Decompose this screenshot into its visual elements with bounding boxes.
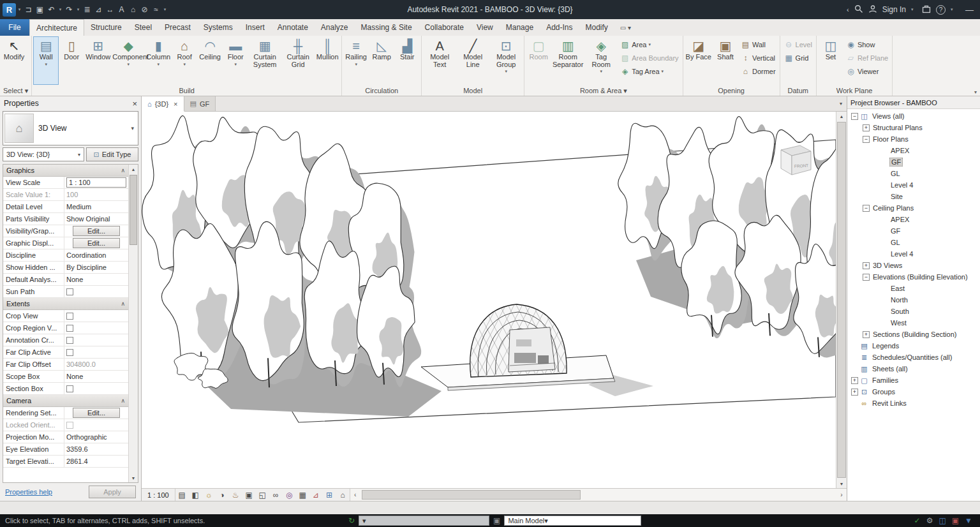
type-selector-caret-icon[interactable]: ▾	[131, 125, 137, 131]
scroll-down-icon[interactable]: ▼	[840, 479, 844, 488]
tree-node-apex[interactable]: APEX	[847, 145, 980, 156]
section-icon[interactable]: ⊘	[139, 3, 150, 17]
ribbon-state-caret-icon[interactable]: ▾	[974, 89, 977, 95]
customize-qat-caret-icon[interactable]: ▾	[162, 3, 168, 17]
tree-node-elevations-building-elevation[interactable]: −Elevations (Building Elevation)	[847, 271, 980, 283]
3d-scene[interactable]: FRONT	[142, 112, 836, 488]
tree-node-revit-links[interactable]: ∞Revit Links	[847, 397, 980, 409]
horizontal-scrollbar[interactable]: ‹ ›	[350, 489, 847, 501]
print-icon[interactable]: ≣	[82, 3, 93, 17]
expand-icon[interactable]: +	[851, 389, 858, 396]
tab-view[interactable]: View	[470, 19, 500, 36]
mullion-button[interactable]: ║Mullion	[315, 36, 340, 85]
tree-node-gl[interactable]: GL	[847, 237, 980, 248]
properties-scroll-thumb[interactable]	[130, 175, 137, 245]
model-text-button[interactable]: AModel Text	[423, 36, 456, 85]
tab-modify[interactable]: Modify	[579, 19, 614, 36]
collapse-icon[interactable]: −	[863, 274, 870, 281]
ceiling-button[interactable]: ◠Ceiling	[197, 36, 223, 85]
worksets-icon[interactable]: ↻	[348, 516, 355, 525]
apply-button[interactable]: Apply	[89, 486, 136, 498]
visual-style-icon[interactable]: ◧	[189, 489, 202, 501]
signin-caret-icon[interactable]: ▾	[911, 7, 917, 12]
stair-button[interactable]: ▟Stair	[394, 36, 420, 85]
text-icon[interactable]: A	[116, 3, 127, 17]
collapse-icon[interactable]: ‹	[847, 6, 849, 13]
tree-node-east[interactable]: East	[847, 283, 980, 294]
expand-icon[interactable]: +	[851, 377, 858, 384]
tree-node-south[interactable]: South	[847, 306, 980, 317]
show-button[interactable]: ◉Show	[843, 38, 891, 51]
sun-path-checkbox[interactable]	[66, 288, 73, 295]
measure-icon[interactable]: ⊿	[93, 3, 104, 17]
show-crop-region-icon[interactable]: ◱	[256, 489, 269, 501]
property-group-camera[interactable]: Camera∧	[3, 395, 128, 407]
column-button[interactable]: ▮Column▾	[145, 36, 172, 85]
tree-node-schedules-quantities-all[interactable]: ≣Schedules/Quantities (all)	[847, 352, 980, 363]
tab-collaborate[interactable]: Collaborate	[419, 19, 470, 36]
search-icon[interactable]	[854, 4, 863, 15]
redo-icon[interactable]: ↷	[64, 3, 75, 17]
area-button[interactable]: ▨Area▾	[618, 38, 681, 51]
group-collapse-icon[interactable]: ∧	[121, 301, 125, 307]
sun-path-icon[interactable]: ☼	[202, 489, 216, 501]
scroll-right-icon[interactable]: ›	[836, 489, 847, 501]
rendering-set-edit-button[interactable]: Edit...	[73, 408, 120, 418]
model-line-button[interactable]: ╱Model Line	[456, 36, 489, 85]
tree-node-north[interactable]: North	[847, 294, 980, 306]
scroll-left-icon[interactable]: ‹	[350, 489, 360, 501]
group-collapse-icon[interactable]: ∧	[121, 397, 125, 404]
tree-node-west[interactable]: West	[847, 317, 980, 329]
model-group-button[interactable]: ⊡Model Group▾	[489, 36, 523, 85]
view-scale-value-box[interactable]: 1 : 100	[66, 177, 126, 188]
undo-caret-icon[interactable]: ▾	[57, 3, 63, 17]
ribbon-display-toggle-icon[interactable]: ▭ ▾	[614, 19, 637, 36]
exclude-options-icon[interactable]: ▣	[952, 516, 959, 525]
view-scale-control[interactable]: 1 : 100	[142, 489, 175, 501]
tree-node-structural-plans[interactable]: +Structural Plans	[847, 122, 980, 133]
tree-node-sections-building-section[interactable]: +Sections (Building Section)	[847, 329, 980, 340]
horizontal-scroll-thumb[interactable]	[362, 490, 581, 500]
curtain-grid-button[interactable]: ╫Curtain Grid	[281, 36, 315, 85]
tab-add-ins[interactable]: Add-Ins	[540, 19, 579, 36]
properties-help-link[interactable]: Properties help	[5, 488, 52, 496]
tree-node-site[interactable]: Site	[847, 191, 980, 202]
crop-view-icon[interactable]: ▣	[242, 489, 256, 501]
instance-combo[interactable]: 3D View: {3D}▾	[3, 147, 84, 161]
editable-only-icon[interactable]: ✓	[914, 516, 921, 525]
collapse-icon[interactable]: −	[863, 136, 870, 143]
thin-lines-icon[interactable]: ≈	[151, 3, 161, 17]
help-icon[interactable]: ?	[936, 5, 946, 15]
properties-scrollbar[interactable]: ▲▼	[128, 165, 138, 482]
tree-node-gl[interactable]: GL	[847, 168, 980, 179]
tab-manage[interactable]: Manage	[500, 19, 540, 36]
vertical-button[interactable]: ↕Vertical	[738, 51, 778, 64]
vertical-scrollbar[interactable]: ▲ ▼	[836, 112, 847, 488]
vertical-scroll-thumb[interactable]	[837, 122, 846, 478]
revit-logo[interactable]: R	[3, 3, 16, 17]
tree-node-level-4[interactable]: Level 4	[847, 179, 980, 191]
tree-node-floor-plans[interactable]: −Floor Plans	[847, 133, 980, 145]
wall-button[interactable]: ▤Wall	[738, 38, 778, 51]
tab-analyze[interactable]: Analyze	[315, 19, 355, 36]
by-face-button[interactable]: ◪By Face	[685, 36, 713, 85]
far-clip-active-checkbox[interactable]	[66, 349, 73, 356]
tree-node-sheets-all[interactable]: ▥Sheets (all)	[847, 363, 980, 375]
grid-button[interactable]: ▦Grid	[782, 51, 815, 64]
filter-icon[interactable]: ▼	[965, 516, 972, 525]
viewer-button[interactable]: ◎Viewer	[843, 64, 891, 78]
tree-node-3d-views[interactable]: +3D Views	[847, 260, 980, 271]
aligned-dimension-icon[interactable]: ↔	[105, 3, 115, 17]
visibility-grap-edit-button[interactable]: Edit...	[73, 226, 120, 236]
section-box-checkbox[interactable]	[66, 385, 73, 392]
property-group-extents[interactable]: Extents∧	[3, 298, 128, 310]
panel-label-select[interactable]: Select ▾	[0, 85, 31, 96]
scroll-down-icon[interactable]: ▼	[131, 473, 136, 482]
drawing-canvas[interactable]: FRONT ▲ ▼	[142, 112, 847, 488]
tag-room-button[interactable]: ◈Tag Room▾	[584, 36, 618, 85]
save-orientation-icon[interactable]: ⌂	[336, 489, 350, 501]
tree-node-gf[interactable]: GF	[847, 225, 980, 237]
collapse-icon[interactable]: −	[851, 113, 858, 120]
rendering-dialog-icon[interactable]: ♨	[229, 489, 242, 501]
tab-annotate[interactable]: Annotate	[271, 19, 315, 36]
